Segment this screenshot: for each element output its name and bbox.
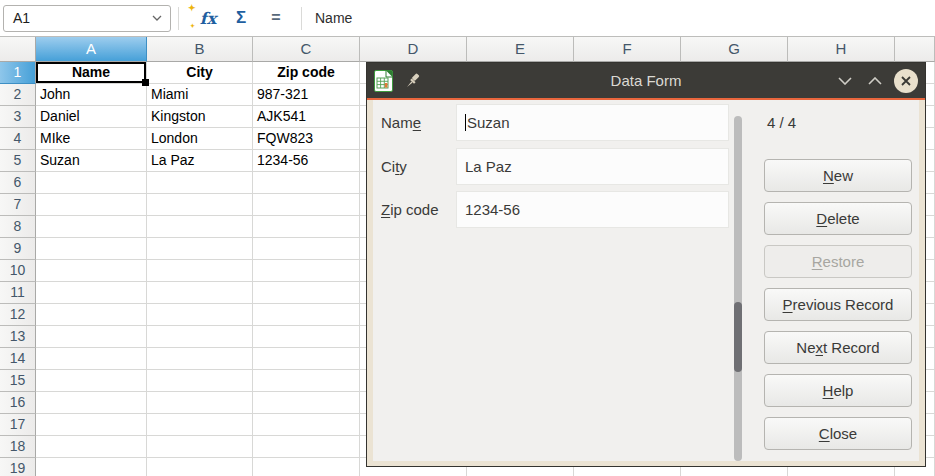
column-header-B[interactable]: B (147, 37, 253, 62)
cell-C1[interactable]: Zip code (253, 62, 360, 84)
row-header-14[interactable]: 14 (0, 348, 36, 370)
column-header-F[interactable]: F (574, 37, 681, 62)
row-header-7[interactable]: 7 (0, 194, 36, 216)
row-header-3[interactable]: 3 (0, 106, 36, 128)
cell-B5[interactable]: La Paz (147, 150, 253, 172)
close-button[interactable]: Close (764, 417, 912, 450)
cell-B10[interactable] (147, 260, 253, 282)
row-header-17[interactable]: 17 (0, 414, 36, 436)
unshade-chevron-up-icon[interactable] (864, 70, 886, 92)
row-header-10[interactable]: 10 (0, 260, 36, 282)
delete-button[interactable]: Delete (764, 202, 912, 235)
row-header-1[interactable]: 1 (0, 62, 36, 84)
column-header-E[interactable]: E (467, 37, 574, 62)
formula-equals-icon[interactable]: = (264, 9, 288, 27)
cell-A16[interactable] (36, 392, 147, 414)
cell-C7[interactable] (253, 194, 360, 216)
row-header-8[interactable]: 8 (0, 216, 36, 238)
cell-A4[interactable]: MIke (36, 128, 147, 150)
cell-C3[interactable]: AJK541 (253, 106, 360, 128)
cell-C14[interactable] (253, 348, 360, 370)
cell-A6[interactable] (36, 172, 147, 194)
cell-A14[interactable] (36, 348, 147, 370)
cell-B17[interactable] (147, 414, 253, 436)
cell-A8[interactable] (36, 216, 147, 238)
cell-A2[interactable]: John (36, 84, 147, 106)
cell-C11[interactable] (253, 282, 360, 304)
cell-B16[interactable] (147, 392, 253, 414)
next-record-button[interactable]: Next Record (764, 331, 912, 364)
cell-B14[interactable] (147, 348, 253, 370)
cell-B19[interactable] (147, 458, 253, 476)
column-header-C[interactable]: C (253, 37, 360, 62)
cell-C15[interactable] (253, 370, 360, 392)
help-button[interactable]: Help (764, 374, 912, 407)
column-header-partial[interactable] (895, 37, 935, 62)
row-header-13[interactable]: 13 (0, 326, 36, 348)
cell-A9[interactable] (36, 238, 147, 260)
cell-B13[interactable] (147, 326, 253, 348)
function-wizard-icon[interactable]: fx (196, 9, 220, 28)
zip-code-field-input[interactable]: 1234-56 (456, 191, 729, 228)
row-header-4[interactable]: 4 (0, 128, 36, 150)
cell-A11[interactable] (36, 282, 147, 304)
cell-C9[interactable] (253, 238, 360, 260)
cell-A12[interactable] (36, 304, 147, 326)
cell-C8[interactable] (253, 216, 360, 238)
row-header-6[interactable]: 6 (0, 172, 36, 194)
cell-B6[interactable] (147, 172, 253, 194)
new-button[interactable]: New (764, 159, 912, 192)
cell-A19[interactable] (36, 458, 147, 476)
column-header-G[interactable]: G (681, 37, 788, 62)
cell-B3[interactable]: Kingston (147, 106, 253, 128)
cell-B4[interactable]: London (147, 128, 253, 150)
cell-C17[interactable] (253, 414, 360, 436)
row-header-2[interactable]: 2 (0, 84, 36, 106)
cell-A7[interactable] (36, 194, 147, 216)
row-header-12[interactable]: 12 (0, 304, 36, 326)
cell-A18[interactable] (36, 436, 147, 458)
row-header-16[interactable]: 16 (0, 392, 36, 414)
column-header-H[interactable]: H (788, 37, 895, 62)
cell-A17[interactable] (36, 414, 147, 436)
restore-button[interactable]: Restore (764, 245, 912, 278)
city-field-input[interactable]: La Paz (456, 148, 729, 185)
cell-B7[interactable] (147, 194, 253, 216)
selection-fill-handle[interactable] (142, 79, 149, 86)
cell-B18[interactable] (147, 436, 253, 458)
cell-B12[interactable] (147, 304, 253, 326)
cell-A1[interactable]: Name (36, 62, 147, 84)
name-field-input[interactable]: Suzan (456, 104, 729, 141)
select-all-corner[interactable] (0, 37, 36, 62)
cell-C16[interactable] (253, 392, 360, 414)
row-header-5[interactable]: 5 (0, 150, 36, 172)
cell-C2[interactable]: 987-321 (253, 84, 360, 106)
cell-A5[interactable]: Suzan (36, 150, 147, 172)
cell-B9[interactable] (147, 238, 253, 260)
column-header-A[interactable]: A (36, 37, 147, 62)
cell-C4[interactable]: FQW823 (253, 128, 360, 150)
column-header-D[interactable]: D (360, 37, 467, 62)
cell-A13[interactable] (36, 326, 147, 348)
close-icon[interactable] (894, 69, 918, 93)
row-header-11[interactable]: 11 (0, 282, 36, 304)
cell-B15[interactable] (147, 370, 253, 392)
cell-A10[interactable] (36, 260, 147, 282)
cell-C19[interactable] (253, 458, 360, 476)
record-scrollbar[interactable] (734, 116, 742, 461)
cell-B8[interactable] (147, 216, 253, 238)
name-box-dropdown-icon[interactable] (144, 6, 170, 31)
previous-record-button[interactable]: Previous Record (764, 288, 912, 321)
row-header-9[interactable]: 9 (0, 238, 36, 260)
cell-C10[interactable] (253, 260, 360, 282)
row-header-15[interactable]: 15 (0, 370, 36, 392)
input-line[interactable]: Name (315, 10, 352, 26)
cell-C13[interactable] (253, 326, 360, 348)
cell-C12[interactable] (253, 304, 360, 326)
cell-B1[interactable]: City (147, 62, 253, 84)
pin-icon[interactable] (406, 73, 421, 88)
cell-B2[interactable]: Miami (147, 84, 253, 106)
sum-icon[interactable]: Σ (229, 8, 253, 28)
cell-C18[interactable] (253, 436, 360, 458)
record-scrollbar-thumb[interactable] (734, 302, 742, 372)
